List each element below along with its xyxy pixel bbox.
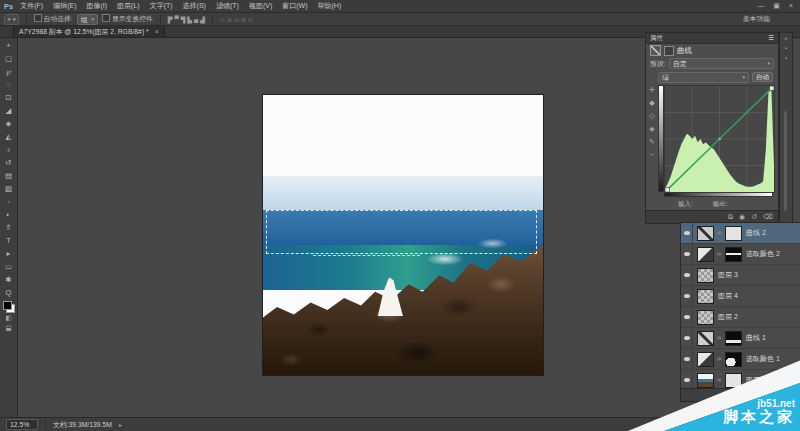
visibility-toggle[interactable] [681,286,693,306]
smooth-curve-icon[interactable]: ~ [650,151,654,158]
tab-close-icon[interactable]: × [155,28,159,35]
menu-item-1[interactable]: 编辑(E) [53,1,76,11]
status-menu-arrow-icon[interactable]: ▸ [119,421,122,428]
black-point-eyedropper-icon[interactable]: ◆ [649,99,654,107]
layer-name[interactable]: 图层 4 [716,291,738,301]
menu-item-4[interactable]: 文字(T) [150,1,173,11]
curves-graph[interactable] [658,85,773,197]
auto-select-target-dropdown[interactable]: 组▾ [77,14,98,25]
close-button[interactable]: × [789,2,793,10]
healing-brush-tool-icon[interactable]: ◈ [0,117,17,130]
panel-dock-strip[interactable]: « ▪ ▪ [779,32,793,224]
menu-item-9[interactable]: 帮助(H) [318,1,342,11]
foreground-color-swatch[interactable] [3,301,12,310]
brush-tool-icon[interactable]: ◭ [0,130,17,143]
draw-curve-pencil-icon[interactable]: ✎ [649,138,655,146]
layer-thumbnail[interactable] [697,289,714,304]
curves-histogram[interactable] [664,85,775,193]
layer-row-1[interactable]: 8选取颜色 2 [681,244,800,265]
layer-row-0[interactable]: 8曲线 2 [681,223,800,244]
layer-name[interactable]: 图层 3 [716,270,738,280]
layer-name[interactable]: 图层 2 [716,312,738,322]
minimize-button[interactable]: — [757,2,764,10]
layer-mask-thumbnail[interactable] [725,247,742,262]
visibility-toggle-icon[interactable]: ◉ [739,213,745,221]
align-icon[interactable]: ▙ [187,16,192,23]
marquee-tool-icon[interactable]: ▢ [0,52,17,65]
layer-mask-thumbnail[interactable] [725,331,742,346]
lasso-tool-icon[interactable]: ℘ [0,65,17,78]
selective-color-thumbnail[interactable] [697,247,714,262]
pen-tool-icon[interactable]: ⇑ [0,221,17,234]
menu-item-5[interactable]: 选择(S) [183,1,206,11]
workspace-switcher[interactable]: 基本功能 [743,14,770,24]
reset-adjustment-icon[interactable]: ↺ [751,213,757,221]
align-icon[interactable]: ▀ [174,16,178,23]
layer-name[interactable]: 曲线 1 [744,333,766,343]
tool-preset-dropdown[interactable]: +▾ [4,14,19,25]
layer-mask-thumbnail[interactable] [725,226,742,241]
dock-panel-icon[interactable]: ▪ [780,53,792,63]
eyedropper-tool-icon[interactable]: ◢ [0,104,17,117]
align-icon[interactable]: ▟ [200,16,205,23]
align-icons[interactable]: ▛▀▜▙▄▟ [168,16,205,23]
layer-row-4[interactable]: 图层 2 [681,307,800,328]
menu-item-7[interactable]: 视图(V) [249,1,272,11]
align-icon[interactable]: ▛ [168,16,173,23]
quick-selection-tool-icon[interactable]: ◌ [0,78,17,91]
eraser-tool-icon[interactable]: ▤ [0,169,17,182]
auto-button[interactable]: 自动 [752,72,773,82]
clip-to-layer-icon[interactable]: ⧉ [728,213,733,221]
visibility-toggle[interactable] [681,328,693,348]
app-logo[interactable]: Ps [0,2,20,11]
dock-panel-icon[interactable]: ▪ [780,43,792,53]
channel-dropdown[interactable]: 绿▾ [658,72,749,83]
gray-point-eyedropper-icon[interactable]: ◇ [649,112,654,120]
color-swatches[interactable] [3,301,15,313]
history-brush-tool-icon[interactable]: ↺ [0,156,17,169]
document-tab[interactable]: A7Y2988 副本 @ 12.5%(图层 2, RGB/8#) * × [13,26,165,37]
visibility-toggle[interactable] [681,244,693,264]
layer-name[interactable]: 选取颜色 2 [744,249,780,259]
move-tool-icon[interactable]: + [0,39,17,52]
zoom-level-field[interactable]: 12.5% [6,419,38,430]
document-image[interactable] [263,95,543,375]
zoom-tool-icon[interactable]: Q [0,286,17,299]
visibility-toggle[interactable] [681,223,693,243]
layer-thumbnail[interactable] [697,268,714,283]
menu-item-6[interactable]: 滤镜(T) [216,1,239,11]
curves-layer-thumbnail[interactable] [697,226,714,241]
blur-tool-icon[interactable]: ◦ [0,195,17,208]
shape-tool-icon[interactable]: ▭ [0,260,17,273]
dodge-tool-icon[interactable]: ◐ [0,208,17,221]
visibility-toggle[interactable] [681,307,693,327]
layer-row-5[interactable]: 8曲线 1 [681,328,800,349]
targeted-adjustment-icon[interactable]: ✛ [649,86,655,94]
menu-item-8[interactable]: 窗口(W) [282,1,307,11]
menu-item-3[interactable]: 图层(L) [117,1,140,11]
layer-thumbnail[interactable] [697,310,714,325]
delete-adjustment-icon[interactable]: ⌫ [763,213,773,221]
align-icon[interactable]: ▄ [194,16,198,23]
path-selection-tool-icon[interactable]: ▸ [0,247,17,260]
visibility-toggle[interactable] [681,265,693,285]
auto-select-checkbox[interactable]: 自动选择: [34,14,73,24]
crop-tool-icon[interactable]: ⊡ [0,91,17,104]
screen-mode-icon[interactable]: ⬓ [5,323,11,333]
layer-row-2[interactable]: 图层 3 [681,265,800,286]
show-transform-checkbox[interactable]: 显示变换控件 [102,14,153,24]
layer-name[interactable]: 曲线 2 [744,228,766,238]
preset-dropdown[interactable]: 自定▾ [669,58,774,69]
dock-scrollbar[interactable] [784,111,787,211]
collapse-panel-icon[interactable]: « [780,33,792,43]
curves-layer-thumbnail[interactable] [697,331,714,346]
layer-row-3[interactable]: 图层 4 [681,286,800,307]
gradient-tool-icon[interactable]: ▧ [0,182,17,195]
menu-item-0[interactable]: 文件(F) [20,1,43,11]
quick-mask-icon[interactable]: ◧ [5,313,11,323]
hand-tool-icon[interactable]: ✱ [0,273,17,286]
menu-item-2[interactable]: 图像(I) [86,1,107,11]
align-icon[interactable]: ▜ [181,16,186,23]
clone-stamp-tool-icon[interactable]: ♁ [0,143,17,156]
panel-menu-icon[interactable]: ☰ [768,34,774,42]
